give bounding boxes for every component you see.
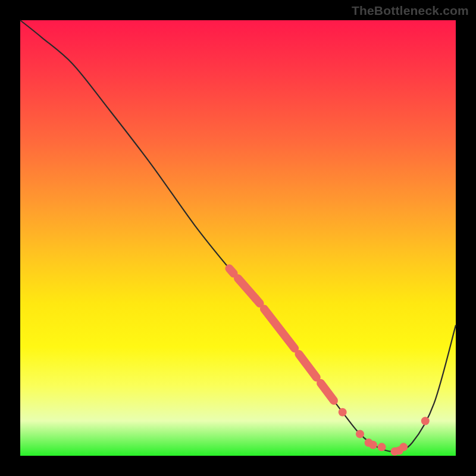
marker-dot — [356, 430, 364, 438]
marker-segment — [321, 383, 334, 400]
watermark-text: TheBottleneck.com — [352, 4, 469, 18]
marker-group — [229, 268, 429, 455]
marker-segment — [229, 268, 233, 273]
marker-dot — [369, 441, 377, 449]
chart-svg — [20, 20, 456, 456]
marker-dot — [399, 443, 408, 451]
marker-segment — [264, 309, 295, 348]
bottleneck-curve — [20, 20, 456, 452]
marker-dot — [378, 443, 386, 451]
marker-dot — [339, 408, 347, 416]
marker-segment — [299, 354, 316, 377]
marker-segment — [255, 298, 259, 303]
chart-container: TheBottleneck.com — [0, 0, 476, 476]
marker-dot — [421, 416, 430, 425]
